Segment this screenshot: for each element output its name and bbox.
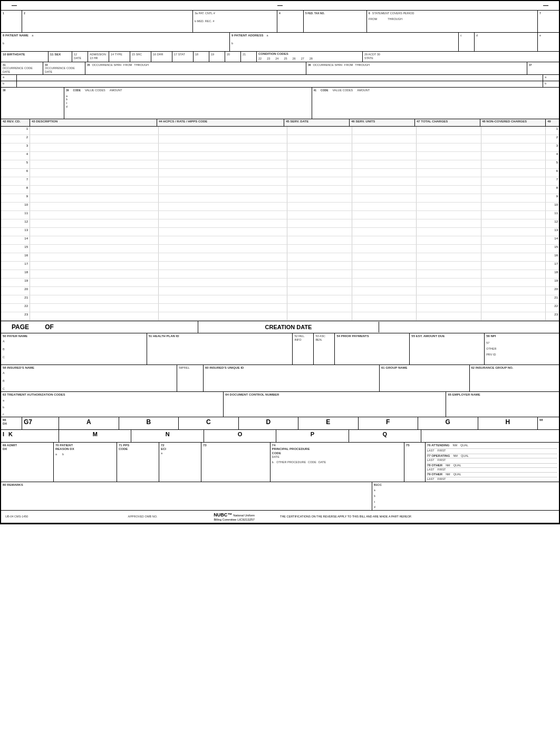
field-10-birthdate: 10 BIRTHDATE: [1, 52, 49, 62]
service-row: 13 13: [1, 228, 559, 236]
svc-hcpcs: [159, 143, 287, 151]
field-42-header: 42 REV. CD.: [1, 119, 30, 126]
svc-units: [352, 304, 417, 312]
svc-hcpcs: [159, 169, 287, 177]
svc-units: [352, 295, 417, 303]
svc-non-covered: [481, 194, 546, 202]
svc-desc: [30, 270, 159, 278]
service-row: 5 5: [1, 160, 559, 169]
field-15-src: 15 SRC: [130, 52, 151, 62]
svc-revcd: 14: [1, 236, 30, 244]
field-6: 6 STATEMENT COVERS PERIOD FROM THROUGH: [367, 11, 538, 32]
svc-49: 16: [546, 253, 559, 261]
svc-revcd: 4: [1, 152, 30, 160]
svc-49: 12: [546, 219, 559, 227]
svc-date: [287, 228, 352, 236]
svc-49: 15: [546, 245, 559, 253]
field-76-attending: 76 ATTENDING NM QUAL LAST FIRST 77 OPERA…: [426, 443, 559, 482]
svc-non-covered: [481, 304, 546, 312]
field-1: 1: [1, 11, 22, 32]
service-row: 22 22: [1, 304, 559, 312]
svc-49: 8: [546, 186, 559, 194]
field-18: 18: [194, 52, 209, 62]
field-60-unique-id: 60 INSURED'S UNIQUE ID: [204, 365, 380, 391]
field-62-insurance-group-no: 62 INSURANCE GROUP NO.: [470, 365, 559, 391]
svc-date: [287, 203, 352, 210]
svc-units: [352, 143, 417, 151]
field-55-est-amount-due: 55 EST. AMOUNT DUE: [410, 333, 485, 365]
field-20: 20: [225, 52, 241, 62]
svc-hcpcs: [159, 228, 287, 236]
field-80-remarks: 80 REMARKS: [1, 482, 372, 510]
footer-certification-text: THE CERTIFICATIONS ON THE REVERSE APPLY …: [280, 515, 555, 518]
service-row: 3 3: [1, 143, 559, 152]
svc-total-charges: [417, 219, 481, 227]
svc-non-covered: [481, 312, 546, 320]
field-54-prior-payments: 54 PRIOR PAYMENTS: [335, 333, 410, 365]
svc-date: [287, 253, 352, 261]
svc-date: [287, 186, 352, 194]
svc-revcd: 6: [1, 169, 30, 177]
field-71-pps-code: 71 PPS CODE: [117, 443, 159, 482]
field-53-asc-ben: 53 ASC BEN.: [314, 333, 335, 365]
svc-revcd: 20: [1, 287, 30, 295]
svc-total-charges: [417, 228, 481, 236]
svc-revcd: 12: [1, 219, 30, 227]
svc-units: [352, 236, 417, 244]
svc-hcpcs: [159, 287, 287, 295]
diag-letter-A: A: [59, 417, 119, 429]
svc-non-covered: [481, 279, 546, 286]
service-row: 18 18: [1, 270, 559, 279]
svc-hcpcs: [159, 270, 287, 278]
svc-total-charges: [417, 262, 481, 270]
svc-49: 23: [546, 312, 559, 320]
svc-hcpcs: [159, 279, 287, 286]
svc-hcpcs: [159, 253, 287, 261]
svc-non-covered: [481, 203, 546, 210]
svc-hcpcs: [159, 245, 287, 253]
svc-units: [352, 211, 417, 219]
svc-total-charges: [417, 152, 481, 160]
svc-units: [352, 287, 417, 295]
field-81cc: 81CC a b c d: [372, 482, 559, 510]
field-56-npi: 56 NPI 57 OTHER PRV ID: [485, 333, 559, 365]
svc-desc: [30, 135, 159, 143]
svc-revcd: 10: [1, 203, 30, 210]
condition-codes-header: CONDITION CODES 22 23 24 25 26 27 28: [257, 52, 363, 62]
svc-revcd: 7: [1, 177, 30, 185]
svc-date: [287, 143, 352, 151]
svc-total-charges: [417, 135, 481, 143]
service-row: 2 2: [1, 135, 559, 143]
svc-units: [352, 127, 417, 135]
field-69-admit-dx: 69 ADMIT DX: [1, 443, 54, 482]
svc-units: [352, 228, 417, 236]
svc-49: 14: [546, 236, 559, 244]
field-63-treatment-auth: 63 TREATMENT AUTHORIZATION CODES a b c: [1, 392, 224, 417]
svc-units: [352, 279, 417, 286]
svc-non-covered: [481, 186, 546, 194]
of-label: OF: [45, 323, 54, 331]
service-row: 20 20: [1, 287, 559, 295]
field-9-patient-address: 9 PATIENT ADDRESS a b: [230, 33, 459, 51]
field-41-value-codes: 41 CODE VALUE CODES AMOUNT: [312, 88, 559, 119]
svc-hcpcs: [159, 211, 287, 219]
svc-hcpcs: [159, 203, 287, 210]
svc-49: 7: [546, 177, 559, 185]
service-row: 12 12: [1, 219, 559, 228]
svc-hcpcs: [159, 127, 287, 135]
svc-revcd: 15: [1, 245, 30, 253]
field-38: 38: [1, 88, 64, 119]
svc-revcd: 23: [1, 312, 30, 320]
field-43-header: 43 DESCRIPTION: [30, 119, 157, 126]
field-64-doc-control: 64 DOCUMENT CONTROL NUMBER: [224, 392, 446, 417]
diag-letter-D: D: [239, 417, 299, 429]
diag-letter-G: G: [418, 417, 478, 429]
diag-letter-P: P: [276, 430, 349, 442]
svc-non-covered: [481, 169, 546, 177]
svc-revcd: 17: [1, 262, 30, 270]
field-36-occurrence-span: 36 OCCURRENCE SPAN FROM THROUGH: [306, 62, 527, 74]
svc-hcpcs: [159, 160, 287, 168]
service-row: 17 17: [1, 262, 559, 270]
svc-49: 19: [546, 279, 559, 286]
field-16-dhr: 16 DHR: [151, 52, 172, 62]
